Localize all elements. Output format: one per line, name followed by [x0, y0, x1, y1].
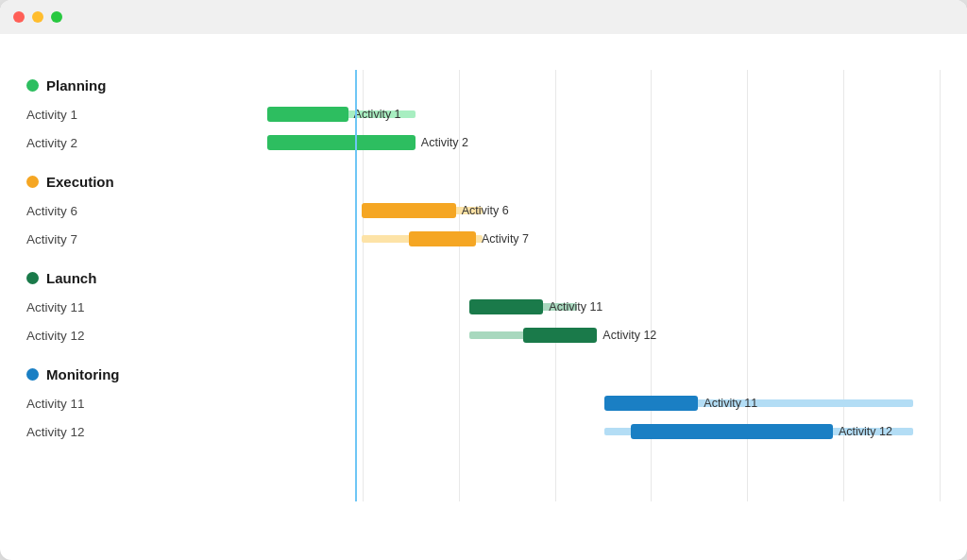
list-item: Activity 7: [26, 225, 258, 253]
section-header-planning: Planning: [26, 70, 258, 100]
list-item: Activity 11: [26, 293, 258, 321]
section-spacer: [267, 349, 941, 359]
titlebar: [0, 0, 967, 34]
bar-foreground: [469, 299, 543, 314]
planning-dot: [26, 79, 39, 92]
minimize-dot[interactable]: [32, 11, 43, 23]
bar-foreground: [523, 328, 597, 343]
section-header-execution: Execution: [26, 166, 258, 196]
section-spacer: [26, 253, 258, 263]
gantt-header-monitoring: [267, 359, 941, 389]
launch-label: Launch: [46, 270, 96, 286]
section-spacer: [267, 253, 941, 263]
close-dot[interactable]: [13, 11, 25, 23]
bar-row: Activity 11: [267, 293, 941, 321]
list-item: Activity 12: [26, 417, 258, 446]
execution-label: Execution: [46, 174, 114, 190]
bar-label: Activity 11: [549, 300, 602, 314]
bar-row: Activity 2: [267, 128, 941, 157]
bar-row: Activity 1: [267, 100, 941, 128]
bar-label: Activity 12: [839, 425, 892, 438]
bar-row: Activity 12: [267, 321, 941, 349]
monitoring-label: Monitoring: [46, 366, 119, 382]
bar-row: Activity 7: [267, 225, 941, 253]
bar-foreground: [362, 203, 456, 218]
gantt-header-launch: [267, 263, 941, 293]
execution-dot: [26, 176, 39, 188]
bar-row: Activity 6: [267, 196, 941, 225]
bar-foreground: [267, 107, 348, 122]
bar-foreground: [604, 396, 699, 411]
list-item: Activity 11: [26, 389, 258, 417]
left-panel: PlanningActivity 1Activity 2ExecutionAct…: [26, 70, 267, 501]
bar-label: Activity 7: [482, 232, 529, 246]
section-header-launch: Launch: [26, 263, 258, 293]
list-item: Activity 2: [26, 128, 258, 157]
section-spacer: [26, 157, 258, 166]
app-window: PlanningActivity 1Activity 2ExecutionAct…: [0, 0, 967, 560]
bar-label: Activity 2: [421, 136, 468, 149]
bar-foreground: [267, 135, 416, 150]
gantt-rows: Activity 1Activity 2Activity 6Activity 7…: [267, 70, 941, 501]
launch-dot: [26, 272, 39, 284]
bar-label: Activity 12: [602, 329, 656, 342]
monitoring-dot: [26, 368, 39, 381]
list-item: Activity 12: [26, 321, 258, 349]
maximize-dot[interactable]: [51, 11, 62, 23]
bar-foreground: [631, 424, 833, 439]
gantt-header-execution: [267, 166, 941, 196]
list-item: Activity 1: [26, 100, 258, 128]
right-panel: Activity 1Activity 2Activity 6Activity 7…: [267, 70, 941, 501]
bar-label: Activity 11: [704, 397, 757, 410]
bar-foreground: [409, 231, 476, 246]
gantt-chart: PlanningActivity 1Activity 2ExecutionAct…: [26, 70, 941, 501]
bar-row: Activity 11: [267, 389, 941, 417]
section-spacer: [26, 349, 258, 359]
bar-row: Activity 12: [267, 417, 941, 446]
date-line: [355, 70, 357, 501]
gantt-header-planning: [267, 70, 941, 100]
list-item: Activity 6: [26, 196, 258, 225]
section-header-monitoring: Monitoring: [26, 359, 258, 389]
main-content: PlanningActivity 1Activity 2ExecutionAct…: [0, 34, 967, 560]
planning-label: Planning: [46, 77, 106, 93]
section-spacer: [267, 157, 941, 166]
bar-label: Activity 1: [354, 108, 401, 121]
bar-label: Activity 6: [462, 204, 509, 217]
